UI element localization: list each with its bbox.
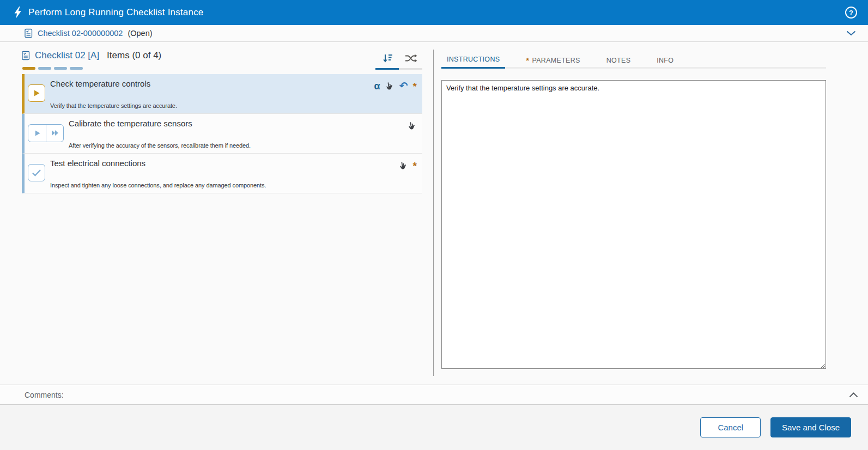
required-icon: *: [413, 161, 417, 172]
required-icon: *: [526, 57, 529, 64]
manual-hand-icon: [385, 81, 394, 91]
tab-label: NOTES: [606, 57, 631, 64]
progress-segment: [22, 67, 35, 70]
manual-hand-icon: [399, 161, 408, 171]
checklist-items-panel: Checklist 02 [A] Items (0 of 4): [0, 42, 422, 385]
breadcrumb: Checklist 02-000000002 (Open): [0, 25, 868, 42]
item-description: Verify that the temperature settings are…: [50, 102, 370, 109]
check-icon: [32, 169, 41, 177]
main-content: Checklist 02 [A] Items (0 of 4): [0, 42, 868, 385]
checklist-item-row[interactable]: Test electrical connections Inspect and …: [22, 154, 422, 193]
checklist-item-row[interactable]: Check temperature controls Verify that t…: [22, 74, 422, 114]
item-description: Inspect and tighten any loose connection…: [50, 182, 394, 188]
progress-segment: [54, 67, 67, 70]
item-title: Check temperature controls: [50, 79, 370, 88]
app-header: Perform Long Running Checklist Instance …: [0, 0, 868, 25]
complete-item-button[interactable]: [28, 164, 45, 181]
tab-label: PARAMETERS: [532, 57, 580, 64]
instructions-textarea[interactable]: Verify that the temperature settings are…: [441, 80, 826, 369]
detail-tabs: INSTRUCTIONS * PARAMETERS NOTES INFO: [441, 42, 826, 69]
progress-segment: [38, 67, 51, 70]
chevron-down-icon[interactable]: [843, 29, 859, 37]
tab-label: INFO: [657, 57, 673, 64]
manual-hand-icon: [408, 121, 417, 131]
item-title: Test electrical connections: [50, 159, 394, 168]
skip-item-button[interactable]: [46, 125, 63, 142]
perform-item-button[interactable]: [28, 125, 46, 142]
item-detail-panel: INSTRUCTIONS * PARAMETERS NOTES INFO Ver…: [434, 42, 868, 385]
tab-parameters[interactable]: * PARAMETERS: [520, 51, 585, 69]
sort-view-button[interactable]: [375, 48, 399, 70]
lightning-icon: [13, 7, 22, 19]
play-icon: [34, 130, 41, 137]
list-view-toggle: [375, 48, 422, 70]
tab-instructions[interactable]: INSTRUCTIONS: [441, 51, 505, 69]
comments-bar: Comments:: [0, 385, 868, 405]
checklist-item-row[interactable]: Calibrate the temperature sensors After …: [22, 114, 422, 154]
play-icon: [33, 89, 40, 97]
progress-segment: [70, 67, 83, 70]
checklist-instance-link[interactable]: Checklist 02-000000002: [38, 29, 123, 38]
tab-info[interactable]: INFO: [651, 51, 679, 69]
cancel-button[interactable]: Cancel: [700, 417, 761, 437]
app-window: Perform Long Running Checklist Instance …: [0, 0, 868, 450]
tab-label: INSTRUCTIONS: [447, 56, 500, 63]
page-title: Perform Long Running Checklist Instance: [28, 7, 204, 18]
help-icon[interactable]: ?: [845, 7, 857, 19]
items-count: Items (0 of 4): [107, 50, 161, 61]
comments-label: Comments:: [25, 391, 64, 399]
tab-notes[interactable]: NOTES: [601, 51, 636, 69]
footer-action-bar: Cancel Save and Close: [0, 405, 868, 450]
alpha-value-icon[interactable]: α: [374, 81, 380, 91]
shuffle-view-button[interactable]: [399, 48, 422, 70]
progress-bar: [22, 67, 422, 70]
undo-icon[interactable]: ↶: [399, 81, 408, 90]
save-and-close-button[interactable]: Save and Close: [770, 417, 851, 437]
checklist-doc-icon: [25, 28, 33, 38]
perform-item-button[interactable]: [28, 84, 45, 102]
required-icon: *: [413, 81, 417, 92]
items-panel-header: Checklist 02 [A] Items (0 of 4): [22, 49, 422, 70]
checklist-item-list: Check temperature controls Verify that t…: [22, 74, 422, 193]
item-description: After verifying the accuracy of the sens…: [69, 142, 403, 149]
checklist-doc-icon: [22, 51, 30, 60]
fast-forward-icon: [51, 129, 59, 137]
instance-status: (Open): [128, 29, 152, 38]
chevron-up-icon[interactable]: [847, 391, 860, 399]
item-title: Calibrate the temperature sensors: [69, 119, 403, 128]
checklist-title-link[interactable]: Checklist 02 [A]: [35, 50, 99, 61]
